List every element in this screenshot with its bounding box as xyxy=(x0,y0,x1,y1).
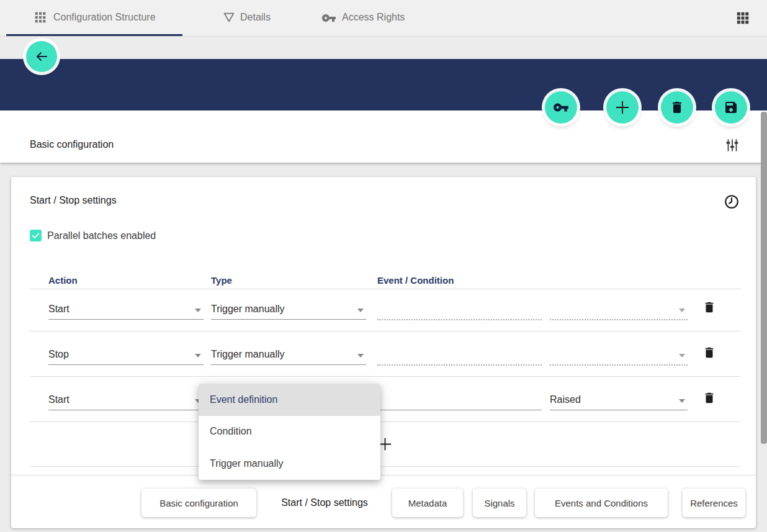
column-header-action: Action xyxy=(48,275,78,286)
grid-icon xyxy=(34,11,47,24)
type-select-row1[interactable]: Trigger manually xyxy=(211,297,366,320)
column-header-type: Type xyxy=(211,275,232,286)
type-dropdown-menu: Event definition Condition Trigger manua… xyxy=(199,384,380,480)
top-tab-bar: Configuration Structure Details Access R… xyxy=(0,0,767,37)
event-select-row3[interactable] xyxy=(377,387,542,410)
type-select-row1-value: Trigger manually xyxy=(211,304,285,315)
action-select-row3-value: Start xyxy=(48,394,70,405)
checkmark-icon xyxy=(31,231,40,240)
chevron-down-icon xyxy=(195,309,201,312)
chevron-down-icon xyxy=(679,399,685,403)
menu-item-trigger-manually[interactable]: Trigger manually xyxy=(199,448,380,480)
arrow-left-icon xyxy=(34,49,49,64)
active-tab-indicator xyxy=(6,34,182,36)
key-icon xyxy=(553,99,569,115)
parallel-batches-checkbox[interactable] xyxy=(30,230,42,241)
action-select-row3[interactable]: Start xyxy=(48,387,204,410)
delete-row2-button[interactable] xyxy=(702,345,716,360)
row-divider xyxy=(30,331,741,331)
menu-item-event-definition[interactable]: Event definition xyxy=(199,384,380,416)
chevron-down-icon xyxy=(357,354,364,358)
basic-configuration-title: Basic configuration xyxy=(30,139,114,150)
event-select-row1 xyxy=(377,297,542,320)
tab-access-rights-label[interactable]: Access Rights xyxy=(342,12,405,23)
state-select-row2 xyxy=(550,342,688,366)
type-select-row2[interactable]: Trigger manually xyxy=(211,342,366,365)
page-header: Condition Monitoring - Chargendefinition… xyxy=(0,59,767,110)
action-select-row1[interactable]: Start xyxy=(48,297,204,320)
footer-events-and-conditions-button[interactable]: Events and Conditions xyxy=(535,489,668,517)
app-window: Configuration Structure Details Access R… xyxy=(0,0,767,532)
funnel-icon xyxy=(222,11,236,27)
type-select-row2-value: Trigger manually xyxy=(211,349,285,360)
save-icon xyxy=(724,100,738,115)
state-select-row3-value: Raised xyxy=(550,394,581,405)
delete-row1-button[interactable] xyxy=(702,300,716,315)
tab-configuration-structure[interactable] xyxy=(34,11,47,24)
chevron-down-icon xyxy=(679,354,685,358)
state-select-row3[interactable]: Raised xyxy=(550,387,688,410)
action-select-row2-value: Stop xyxy=(48,349,69,360)
row-divider xyxy=(30,466,741,467)
key-icon xyxy=(321,11,336,28)
scrollbar-thumb[interactable] xyxy=(761,112,767,444)
table-header-divider xyxy=(30,289,741,289)
delete-button[interactable] xyxy=(661,91,693,124)
parallel-batches-label[interactable]: Parallel batches enabled xyxy=(47,230,156,241)
state-select-row1 xyxy=(550,297,688,320)
menu-item-condition[interactable]: Condition xyxy=(199,416,380,448)
footer-references-button[interactable]: References xyxy=(683,489,745,517)
event-select-row2 xyxy=(377,342,542,366)
tab-configuration-structure-label[interactable]: Configuration Structure xyxy=(53,12,156,23)
row-divider xyxy=(30,376,741,377)
chevron-down-icon xyxy=(357,309,364,312)
tab-details-label[interactable]: Details xyxy=(240,12,271,23)
delete-icon xyxy=(670,100,684,115)
chevron-down-icon xyxy=(195,354,201,358)
footer-basic-configuration-button[interactable]: Basic configuration xyxy=(141,489,256,517)
sliders-icon[interactable] xyxy=(725,137,740,153)
add-icon xyxy=(614,99,631,116)
footer-divider xyxy=(11,475,756,476)
save-button[interactable] xyxy=(715,91,747,124)
basic-configuration-section xyxy=(0,110,767,163)
clock-icon[interactable] xyxy=(724,194,740,210)
action-select-row1-value: Start xyxy=(48,304,70,315)
access-rights-button[interactable] xyxy=(545,91,577,124)
apps-grid-icon[interactable] xyxy=(736,11,750,27)
chevron-down-icon xyxy=(679,309,685,312)
footer-metadata-button[interactable]: Metadata xyxy=(392,489,463,517)
footer-start-stop-settings-label[interactable]: Start / Stop settings xyxy=(275,489,374,517)
start-stop-settings-title: Start / Stop settings xyxy=(30,195,117,206)
delete-row3-button[interactable] xyxy=(702,390,716,405)
column-header-event-condition: Event / Condition xyxy=(377,275,454,286)
start-stop-settings-card: Start / Stop settings Parallel batches e… xyxy=(11,177,756,528)
add-button[interactable] xyxy=(606,91,639,124)
action-select-row2[interactable]: Stop xyxy=(48,342,204,365)
row-divider xyxy=(30,422,741,422)
footer-signals-button[interactable]: Signals xyxy=(473,489,526,517)
back-button[interactable] xyxy=(26,41,57,72)
